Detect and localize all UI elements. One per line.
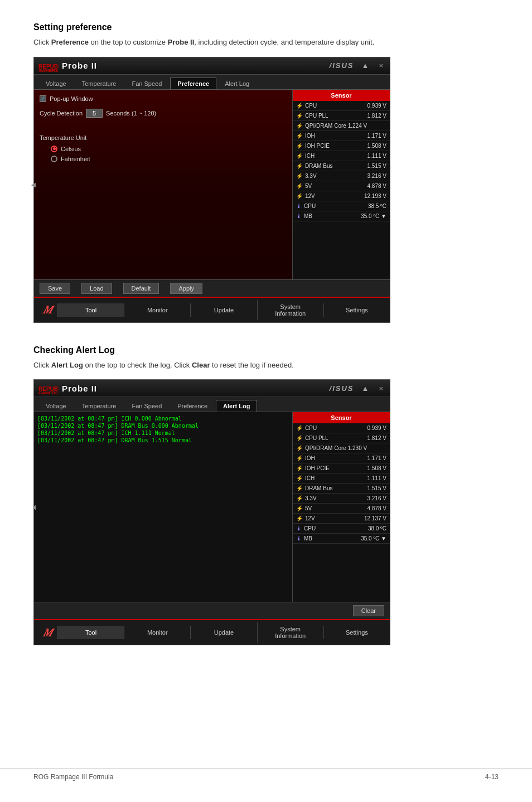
sensor-value: 1.508 V xyxy=(367,143,386,149)
sensor-value: 3.216 V xyxy=(367,173,386,179)
voltage-icon: ⚡ xyxy=(296,103,303,109)
sensor-name: 5V xyxy=(305,183,367,189)
voltage-icon: ⚡ xyxy=(296,133,303,139)
temp-icon: 🌡 xyxy=(296,203,302,209)
tab-voltage-2[interactable]: Voltage xyxy=(38,400,74,412)
tab-alert-log-2[interactable]: Alert Log xyxy=(216,400,257,412)
sensor-value: 1.812 V xyxy=(367,113,386,119)
rog-nav-logo: 𝑀 xyxy=(37,300,57,320)
list-item: ⚡ IOH PCIE 1.508 V xyxy=(293,141,390,151)
sensor-name: CPU PLL xyxy=(305,435,367,441)
tab-bar: Voltage Temperature Fan Speed Preference… xyxy=(34,75,390,90)
sensor-value: 38.0 ºC xyxy=(368,525,386,532)
tab-temperature-2[interactable]: Temperature xyxy=(75,400,124,412)
default-button[interactable]: Default xyxy=(123,283,159,294)
asus-brand: /ISUS xyxy=(330,61,354,70)
minimize-button[interactable]: ▲ xyxy=(360,61,371,70)
fahrenheit-radio[interactable] xyxy=(51,156,57,162)
svg-text:GAMERS: GAMERS xyxy=(38,68,59,72)
left-arrow-icon[interactable]: ◄ xyxy=(30,180,37,189)
cycle-detection-input[interactable] xyxy=(86,109,103,118)
apply-button[interactable]: Apply xyxy=(170,283,202,294)
sensor-name: ICH xyxy=(305,475,367,481)
popup-window-checkbox[interactable] xyxy=(40,95,46,102)
voltage-icon: ⚡ xyxy=(296,475,303,481)
footer-left: ROG Rampage III Formula xyxy=(33,773,113,781)
list-item: ⚡ CPU 0.939 V xyxy=(293,101,390,111)
tab-voltage[interactable]: Voltage xyxy=(38,78,74,89)
sensor-value: 4.878 V xyxy=(367,183,386,189)
sensor-name: IOH xyxy=(305,455,367,461)
celsius-radio[interactable] xyxy=(51,146,57,152)
title-bar: REPUBLIC OF GAMERS Probe II /ISUS ▲ × xyxy=(34,57,390,75)
nav-monitor[interactable]: Monitor xyxy=(124,303,190,317)
app-window-alert-log: REPUBLIC OF GAMERS Probe II /ISUS ▲ × xyxy=(33,379,390,645)
nav-settings[interactable]: Settings xyxy=(323,303,390,317)
sensor-value: 1.812 V xyxy=(367,435,386,441)
voltage-icon: ⚡ xyxy=(296,163,303,169)
sensor-name: CPU xyxy=(305,425,367,431)
sensor-value: 1.515 V xyxy=(367,163,386,169)
nav-update[interactable]: Update xyxy=(190,303,257,317)
nav-system-info-2[interactable]: SystemInformation xyxy=(257,622,323,642)
sensor-name: QPI/DRAM Core 1.230 V xyxy=(305,445,386,451)
rog-logo: REPUBLIC OF GAMERS xyxy=(38,60,59,72)
nav-system-info[interactable]: SystemInformation xyxy=(257,300,323,320)
tab-alert-log[interactable]: Alert Log xyxy=(217,78,257,89)
sensor-name: 3.3V xyxy=(305,173,367,179)
sensor-name: IOH PCIE xyxy=(305,465,367,471)
load-button[interactable]: Load xyxy=(81,283,112,294)
section-desc-alert: Click Alert Log on the top to check the … xyxy=(33,360,499,371)
list-item: ⚡ 3.3V 3.216 V xyxy=(293,494,390,504)
cycle-detection-label: Cycle Detection xyxy=(40,110,83,117)
popup-window-row: Pop-up Window xyxy=(40,95,287,102)
fahrenheit-label: Fahrenheit xyxy=(61,156,90,162)
sensor-name: CPU xyxy=(305,103,367,109)
cycle-detection-row: Cycle Detection Seconds (1 ~ 120) xyxy=(40,109,287,118)
nav-settings-2[interactable]: Settings xyxy=(323,626,390,639)
voltage-icon: ⚡ xyxy=(296,465,303,471)
list-item: ⚡ 5V 4.878 V xyxy=(293,504,390,514)
tab-temperature[interactable]: Temperature xyxy=(75,78,124,89)
nav-update-2[interactable]: Update xyxy=(190,626,257,639)
sensor-name: ICH xyxy=(305,153,367,159)
sensor-panel-2: Sensor ⚡ CPU 0.939 V ⚡ CPU PLL 1.812 V xyxy=(292,412,390,602)
asus-brand-2: /ISUS xyxy=(330,384,354,393)
voltage-icon: ⚡ xyxy=(296,435,303,441)
close-button[interactable]: × xyxy=(376,61,385,70)
sensor-value: 0.939 V xyxy=(367,103,386,109)
sensor-name: 5V xyxy=(305,505,367,511)
tab-preference-2[interactable]: Preference xyxy=(170,400,215,412)
log-line: [03/11/2002 at 08:47 pm] DRAM Bus 0.000 … xyxy=(37,423,289,429)
list-item: ⚡ QPI/DRAM Core 1.224 V xyxy=(293,121,390,131)
sensor-value: 12.193 V xyxy=(364,193,386,199)
minimize-button-2[interactable]: ▲ xyxy=(360,384,371,393)
nav-monitor-2[interactable]: Monitor xyxy=(124,626,190,639)
tab-fan-speed[interactable]: Fan Speed xyxy=(124,78,169,89)
left-arrow-icon-2[interactable]: ◄ xyxy=(34,503,37,511)
sensor-name: 12V xyxy=(305,193,364,199)
clear-button[interactable]: Clear xyxy=(353,605,384,616)
close-button-2[interactable]: × xyxy=(376,384,385,393)
log-line: [03/11/2002 at 08:47 pm] ICH 0.000 Abnor… xyxy=(37,416,289,422)
nav-tool[interactable]: Tool xyxy=(57,303,124,317)
cycle-unit-label: Seconds (1 ~ 120) xyxy=(106,110,156,117)
sensor-name: 3.3V xyxy=(305,495,367,501)
list-item: ⚡ IOH 1.171 V xyxy=(293,131,390,141)
title-bar-right: /ISUS ▲ × xyxy=(330,61,385,70)
sensor-header-2: Sensor xyxy=(293,412,390,423)
list-item: ⚡ IOH 1.171 V xyxy=(293,453,390,463)
nav-tool-2[interactable]: Tool xyxy=(57,626,124,639)
popup-window-label: Pop-up Window xyxy=(50,95,93,102)
tab-preference[interactable]: Preference xyxy=(170,78,216,89)
sensor-value: 35.0 ºC ▼ xyxy=(361,535,386,542)
alert-log-panel: ◄ [03/11/2002 at 08:47 pm] ICH 0.000 Abn… xyxy=(34,412,292,602)
tab-fan-speed-2[interactable]: Fan Speed xyxy=(124,400,169,412)
temp-icon: 🌡 xyxy=(296,525,302,532)
voltage-icon: ⚡ xyxy=(296,515,303,521)
temp-icon: 🌡 xyxy=(296,213,302,219)
list-item: ⚡ CPU PLL 1.812 V xyxy=(293,111,390,121)
save-button[interactable]: Save xyxy=(40,283,70,294)
celsius-row: Celsius xyxy=(51,146,287,152)
rog-logo-2: REPUBLIC OF GAMERS xyxy=(38,382,59,394)
